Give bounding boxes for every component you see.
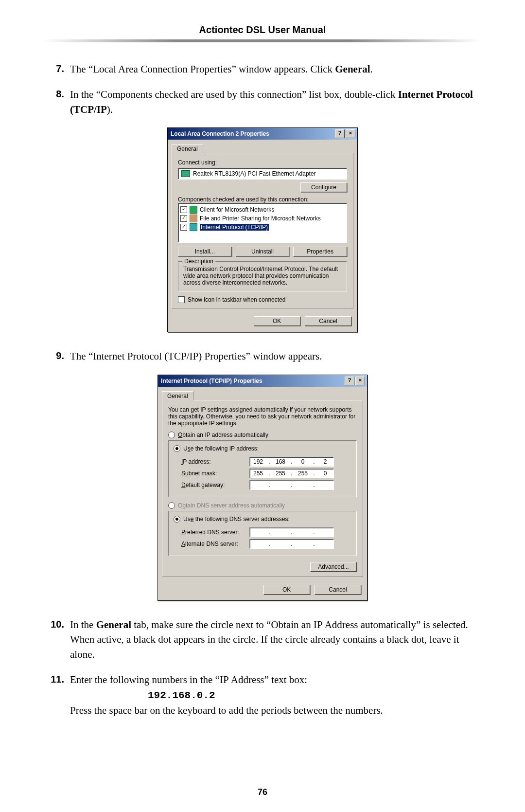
close-button[interactable]: × [346,129,355,138]
gateway-row: Default gateway: . . . [181,480,351,490]
ip-octet[interactable]: 0 [320,470,331,477]
ip-address-input[interactable]: 192. 168. 0. 2 [249,457,334,467]
radio-icon [168,502,175,509]
components-listbox[interactable]: ✓ Client for Microsoft Networks ✓ File a… [178,203,347,243]
radio-icon[interactable] [168,432,175,438]
pref-dns-row: Preferred DNS server: . . . [181,527,351,537]
step-8-smallcaps: TCP/IP [73,104,107,115]
checkbox-icon[interactable]: ✓ [180,206,187,213]
step-11-smallcaps: IP [220,674,229,686]
cancel-button[interactable]: Cancel [315,585,361,595]
subnet-input[interactable]: 255. 255. 255. 0 [249,469,334,478]
ip-octet[interactable] [298,529,308,536]
radio-icon[interactable] [174,516,180,523]
ip-octet[interactable]: 255 [275,470,286,477]
step-7: 7. The “Local Area Connection Properties… [44,62,481,76]
radio-use-ip[interactable]: Use the following IP address: [174,445,261,452]
step-text: In the General tab, make sure the circle… [70,617,481,662]
configure-button[interactable]: Configure [300,182,347,192]
ok-button[interactable]: OK [254,316,300,326]
alt-dns-input[interactable]: . . . [249,539,334,549]
ip-octet[interactable] [253,529,263,536]
close-button[interactable]: × [355,377,365,385]
ip-octet[interactable] [253,541,263,547]
tab-panel: Connect using: Realtek RTL8139(A) PCI Fa… [172,153,353,308]
ok-button[interactable]: OK [263,585,310,595]
list-item[interactable]: ✓ File and Printer Sharing for Microsoft… [180,214,345,223]
ip-octet[interactable] [275,482,286,488]
step-7-text-b: . [370,63,373,75]
ip-octet[interactable] [298,541,308,547]
pref-dns-input[interactable]: . . . [249,527,334,537]
ip-label: IP address: [181,458,249,465]
titlebar[interactable]: Internet Protocol (TCP/IP) Properties ? … [158,375,367,387]
cancel-button[interactable]: Cancel [305,316,351,326]
step-8-text-a: In the “Components checked are used by t… [70,89,398,100]
gateway-input[interactable]: . . . [249,480,334,490]
ip-octet[interactable] [253,482,263,488]
checkbox-icon[interactable]: ✓ [180,224,187,231]
uninstall-button[interactable]: Uninstall [236,247,290,256]
tab-general[interactable]: General [162,391,193,400]
ip-octet[interactable] [275,541,286,547]
nic-icon [181,170,190,177]
intro-text: You can get IP settings assigned automat… [168,406,357,427]
advanced-button[interactable]: Advanced... [310,562,357,572]
radio-obtain-ip[interactable]: Obtain an IP address automatically [168,432,357,438]
checkbox-icon[interactable] [178,296,185,303]
ip-octet[interactable] [275,529,286,536]
dialog-footer: OK Cancel [168,312,357,332]
step-9-text-a: The “Internet Protocol ( [70,350,168,362]
step-7-bold: General [335,63,370,75]
step-8: 8. In the “Components checked are used b… [44,87,481,117]
ip-octet[interactable] [320,541,331,547]
window-title: Local Area Connection 2 Properties [171,130,334,137]
ip-octet[interactable] [320,482,331,488]
tcpip-properties-window: Internet Protocol (TCP/IP) Properties ? … [158,375,368,601]
titlebar[interactable]: Local Area Connection 2 Properties ? × [168,128,357,140]
properties-button[interactable]: Properties [293,247,347,256]
ip-octet[interactable]: 255 [298,470,308,477]
ip-octet[interactable]: 2 [320,458,331,465]
radio-label: Obtain DNS server address automatically [178,502,285,509]
description-group: Description Transmission Control Protoco… [178,261,347,291]
ip-octet[interactable]: 255 [253,470,263,477]
step-number: 8. [44,87,70,117]
step-text: The “Local Area Connection Properties” w… [70,62,481,76]
list-item[interactable]: ✓ Client for Microsoft Networks [180,205,345,214]
adapter-name: Realtek RTL8139(A) PCI Fast Ethernet Ada… [193,170,316,177]
screenshot-lan-properties: Local Area Connection 2 Properties ? × G… [44,127,481,332]
help-button[interactable]: ? [345,377,354,385]
ip-octet[interactable] [298,482,308,488]
ip-octet[interactable]: 0 [298,458,308,465]
list-item-label: Client for Microsoft Networks [200,206,274,213]
description-text: Transmission Control Protocol/Internet P… [183,266,342,286]
ip-octet[interactable]: 168 [275,458,286,465]
install-button[interactable]: Install... [178,247,232,256]
radio-use-dns[interactable]: Use the following DNS server addresses: [174,516,292,523]
client-icon [190,206,197,214]
use-dns-group: Use the following DNS server addresses: … [168,511,357,556]
help-button[interactable]: ? [335,129,345,138]
radio-label: Use the following DNS server addresses: [183,516,290,523]
ip-code: 192.168.0.2 [148,690,215,701]
list-item[interactable]: ✓ Internet Protocol (TCP/IP) [180,223,345,232]
checkbox-icon[interactable]: ✓ [180,215,187,222]
show-icon-row[interactable]: Show icon in taskbar when connected [178,296,347,303]
step-11-text-a: Enter the following numbers in the “ [70,674,220,686]
screenshot-tcpip-properties: Internet Protocol (TCP/IP) Properties ? … [44,375,481,601]
code-line: 192.168.0.2 [70,687,481,703]
tab-panel: You can get IP settings assigned automat… [162,400,363,577]
step-number: 11. [44,672,70,718]
step-10-text-a: In the [70,619,96,631]
ip-octet[interactable] [320,529,331,536]
components-label: Components checked are used by this conn… [178,196,347,203]
radio-icon[interactable] [174,445,180,452]
adapter-field[interactable]: Realtek RTL8139(A) PCI Fast Ethernet Ada… [178,168,347,180]
ip-octet[interactable]: 192 [253,458,263,465]
radio-obtain-dns: Obtain DNS server address automatically [168,502,357,509]
tab-general[interactable]: General [172,144,203,153]
step-9: 9. The “Internet Protocol (TCP/IP) Prope… [44,349,481,363]
alt-dns-label: Alternate DNS server: [181,541,249,547]
radio-label: Use the following IP address: [183,445,259,452]
